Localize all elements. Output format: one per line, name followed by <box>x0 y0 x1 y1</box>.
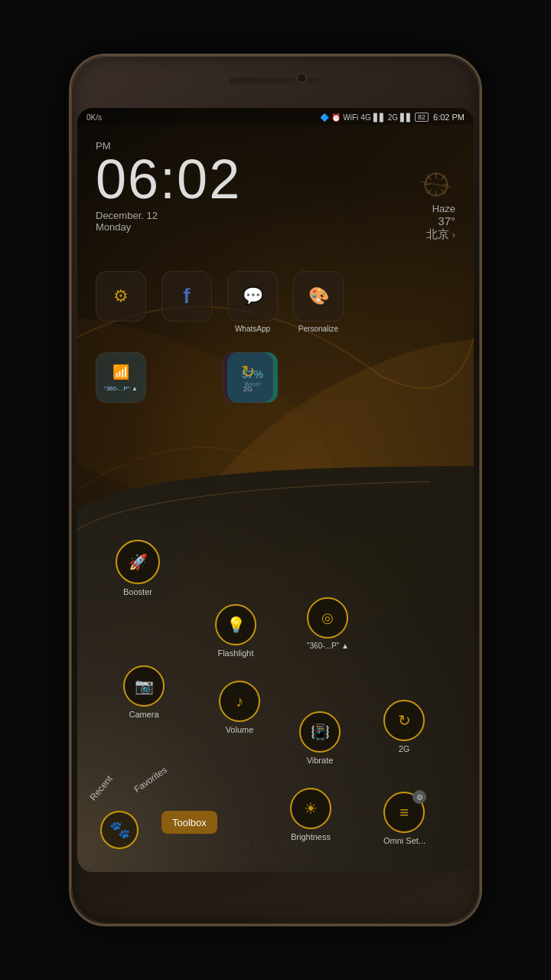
settings-icon: ⚙ <box>113 286 129 306</box>
alarm-icon: ⏰ <box>331 113 341 122</box>
volume-label: Volume <box>219 725 260 734</box>
network-4g: 4G <box>360 113 370 122</box>
chevron-right-icon: › <box>452 229 455 240</box>
launcher-icon: 🐾 <box>109 820 130 840</box>
personalize-label: Personalize <box>298 325 338 333</box>
2g-label: 2G <box>243 385 253 393</box>
omni-settings-button[interactable]: ≡ ⚙ <box>383 792 425 833</box>
wifi-icon-symbol: ◎ <box>321 609 334 626</box>
2g-button[interactable]: ↻ <box>383 700 425 741</box>
booster-label: Booster <box>116 587 160 596</box>
vibrate-button[interactable]: 📳 <box>299 711 341 753</box>
wifi-network-label: "360-...P" ▲ <box>307 642 349 650</box>
flashlight-item[interactable]: 💡 Flashlight <box>215 604 256 658</box>
personalize-app-icon[interactable]: 🎨 Personalize <box>293 271 344 322</box>
brightness-item[interactable]: ☀ Brightness <box>290 788 331 841</box>
whatsapp-icon: 💬 <box>243 286 263 306</box>
weather-city: 北京 › <box>417 227 455 242</box>
toolbox-button[interactable]: Toolbox <box>161 811 217 834</box>
2g-icon: ↻ <box>241 362 255 382</box>
front-camera <box>296 73 307 83</box>
volume-button[interactable]: ♪ <box>219 681 260 722</box>
clock-day: Monday <box>96 221 455 233</box>
screen: 0K/s 🔷 ⏰ WiFi 4G ▋▋ 2G ▋▋ 82 6:02 PM PM … <box>77 108 474 872</box>
settings-app-icon[interactable]: ⚙ <box>96 271 146 322</box>
toolbox-overlay: 🚀 Booster 💡 Flashlight ◎ "360-...P" ▲ <box>77 474 474 872</box>
2g-item[interactable]: ↻ 2G <box>383 700 425 753</box>
speaker <box>230 77 321 83</box>
vibrate-item[interactable]: 📳 Vibrate <box>299 711 341 765</box>
brightness-button[interactable]: ☀ <box>290 788 331 829</box>
weather-widget: Haze 37° 北京 › <box>417 169 455 242</box>
booster-item[interactable]: 🚀 Booster <box>116 540 160 596</box>
booster-button[interactable]: 🚀 <box>116 540 160 584</box>
camera-icon: 📷 <box>135 677 154 695</box>
vibrate-icon: 📳 <box>311 723 330 741</box>
weather-icon <box>417 169 455 200</box>
weather-temperature: 37° <box>417 214 455 227</box>
wifi-icon: WiFi <box>343 113 358 122</box>
phone-frame: 0K/s 🔷 ⏰ WiFi 4G ▋▋ 2G ▋▋ 82 6:02 PM PM … <box>69 54 482 926</box>
network-speed: 0K/s <box>86 113 102 122</box>
personalize-icon: 🎨 <box>308 286 329 306</box>
flashlight-icon: 💡 <box>227 616 246 634</box>
volume-item[interactable]: ♪ Volume <box>219 681 260 734</box>
2g-item-label: 2G <box>383 744 425 753</box>
vibrate-label: Vibrate <box>299 756 341 765</box>
wifi-network-icon-symbol: 📶 <box>112 364 129 381</box>
volume-icon: ♪ <box>236 693 243 710</box>
flashlight-button[interactable]: 💡 <box>215 604 256 645</box>
signal-bars-2: ▋▋ <box>400 113 412 122</box>
wifi-network-name: "360-...P" ▲ <box>104 385 138 392</box>
toolbox-btn-item[interactable]: Toolbox <box>161 811 217 834</box>
omni-settings-icon: ≡ <box>399 804 409 822</box>
power-button[interactable] <box>480 286 482 332</box>
toolbox-button-label: Toolbox <box>172 817 207 828</box>
whatsapp-label: WhatsApp <box>235 325 270 333</box>
bluetooth-icon: 🔷 <box>320 113 329 122</box>
clock-date: December. 12 <box>96 210 455 221</box>
omni-settings-label: Omni Set... <box>383 836 425 845</box>
battery-level: 82 <box>415 113 429 122</box>
clock-widget: PM 06:02 December. 12 Monday <box>77 125 474 240</box>
omni-settings-item[interactable]: ≡ ⚙ Omni Set... <box>383 792 425 845</box>
brightness-label: Brightness <box>290 832 331 841</box>
booster-icon: 🚀 <box>129 553 148 571</box>
network-2g: 2G <box>388 113 398 122</box>
wifi-network-icon[interactable]: 📶 "360-...P" ▲ <box>96 352 146 403</box>
brightness-icon: ☀ <box>304 799 318 818</box>
app-row-2: 📶 "360-...P" ▲ ↻ 2G 57% Boost <box>77 345 474 410</box>
facebook-app-icon[interactable]: f <box>161 271 212 322</box>
facebook-icon: f <box>183 284 190 309</box>
camera-item[interactable]: 📷 Camera <box>123 665 165 719</box>
2g-toggle-icon[interactable]: ↻ 2G <box>223 352 273 403</box>
flashlight-label: Flashlight <box>215 648 256 658</box>
camera-label: Camera <box>123 710 165 719</box>
whatsapp-app-icon[interactable]: 💬 WhatsApp <box>227 271 278 322</box>
app-row-1: ⚙ f 💬 WhatsApp 🎨 Personalize <box>77 263 474 329</box>
2g-toggle-icon-symbol: ↻ <box>398 711 411 730</box>
wifi-button[interactable]: ◎ <box>307 597 348 639</box>
launcher-icon-item[interactable]: 🐾 <box>100 811 139 849</box>
status-bar: 0K/s 🔷 ⏰ WiFi 4G ▋▋ 2G ▋▋ 82 6:02 PM <box>77 108 474 125</box>
clock-time: 06:02 <box>96 152 455 207</box>
camera-button[interactable]: 📷 <box>123 665 165 707</box>
wifi-item[interactable]: ◎ "360-...P" ▲ <box>307 597 349 650</box>
clock-display: 6:02 PM <box>433 113 465 122</box>
launcher-icon-button[interactable]: 🐾 <box>100 811 139 849</box>
status-icons: 🔷 ⏰ WiFi 4G ▋▋ 2G ▋▋ 82 6:02 PM <box>320 113 465 122</box>
omni-settings-badge: ⚙ <box>412 790 426 804</box>
weather-icon-area <box>417 169 455 200</box>
weather-condition: Haze <box>417 203 455 214</box>
signal-bars: ▋▋ <box>373 113 386 122</box>
